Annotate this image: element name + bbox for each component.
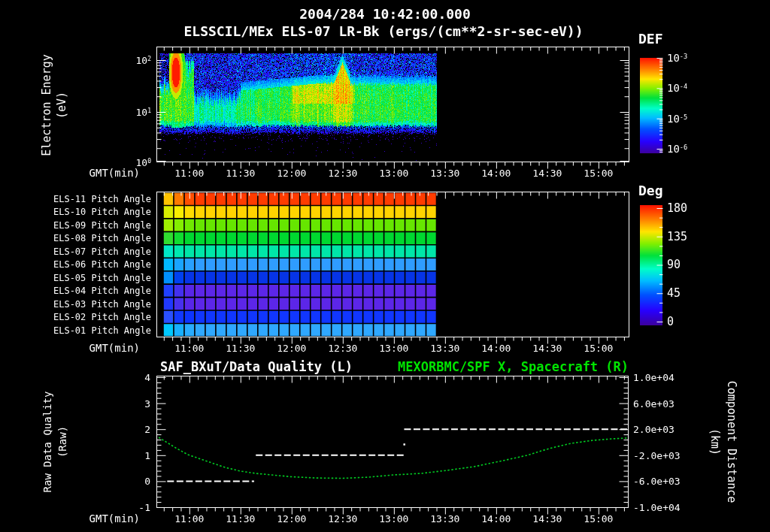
left-ytick-label: 3 bbox=[144, 398, 150, 410]
pitch-row-label: ELS-04 Pitch Angle bbox=[53, 286, 151, 296]
deg-colorbar-tick-label: 90 bbox=[667, 258, 681, 271]
time-tick-label-bottom: 12:00 bbox=[277, 513, 306, 524]
gmt-axis-label-bottom: GMT(min) bbox=[89, 512, 140, 524]
time-tick-label-bottom: 15:00 bbox=[584, 513, 613, 524]
time-tick-label-top: 12:30 bbox=[328, 168, 357, 179]
spacecraft-series-title: MEXORBMC/SPF X, Spacecraft (R) bbox=[398, 359, 629, 374]
energy-axis-units-label: (eV) bbox=[55, 92, 68, 119]
quality-axis-units-label: (Raw) bbox=[56, 426, 68, 458]
plot-window: 2004/284 10:42:00.000 ELSSCIL/MEx ELS-07… bbox=[0, 0, 770, 532]
time-tick-label-top: 11:30 bbox=[226, 168, 255, 179]
distance-axis-label: Component Distance bbox=[725, 381, 738, 503]
def-colorbar-tick-label: 10-6 bbox=[667, 143, 687, 155]
time-tick-label-bottom: 13:30 bbox=[430, 513, 459, 524]
time-tick-label-bottom: 11:00 bbox=[174, 513, 204, 524]
pitch-row-label: ELS-09 Pitch Angle bbox=[53, 220, 151, 231]
pitch-row-label: ELS-11 Pitch Angle bbox=[53, 194, 151, 204]
pitch-row-label: ELS-03 Pitch Angle bbox=[53, 299, 151, 310]
time-tick-label-middle: 14:30 bbox=[532, 343, 562, 354]
instrument-title: ELSSCIL/MEx ELS-07 LR-Bk (ergs/(cm**2-sr… bbox=[183, 23, 583, 39]
pitch-row-label: ELS-05 Pitch Angle bbox=[53, 273, 151, 283]
right-ytick-label: 6.0e+03 bbox=[633, 398, 675, 410]
pitch-row-label: ELS-01 Pitch Angle bbox=[53, 325, 151, 336]
deg-colorbar-tick-label: 0 bbox=[667, 315, 674, 328]
energy-tick-label: 101 bbox=[135, 107, 151, 118]
pitch-row-label: ELS-02 Pitch Angle bbox=[53, 312, 151, 322]
time-tick-label-middle: 14:00 bbox=[481, 343, 511, 354]
time-tick-label-bottom: 13:00 bbox=[379, 513, 408, 524]
time-tick-label-middle: 13:30 bbox=[430, 343, 459, 354]
deg-colorbar-tick-label: 135 bbox=[667, 230, 687, 243]
right-ytick-label: 2.0e+03 bbox=[633, 424, 675, 435]
time-tick-label-middle: 12:30 bbox=[328, 343, 357, 354]
pitch-row-label: ELS-10 Pitch Angle bbox=[53, 207, 151, 217]
time-tick-label-top: 13:00 bbox=[379, 168, 408, 179]
pitch-row-label: ELS-07 Pitch Angle bbox=[53, 246, 151, 257]
quality-axis-label: Raw Data Quality bbox=[41, 391, 53, 493]
time-tick-label-top: 11:00 bbox=[174, 168, 204, 179]
right-ytick-label: -6.0e+03 bbox=[633, 476, 681, 487]
energy-tick-label: 102 bbox=[135, 55, 151, 66]
deg-colorbar-tick-label: 45 bbox=[667, 286, 681, 300]
def-colorbar-title: DEF bbox=[638, 31, 663, 47]
quality-series-title: SAF_BXuT/Data Quality (L) bbox=[160, 359, 353, 374]
gmt-axis-label-top: GMT(min) bbox=[89, 167, 140, 179]
right-ytick-label: -2.0e+03 bbox=[633, 450, 681, 461]
time-tick-label-top: 14:30 bbox=[532, 168, 562, 179]
time-tick-label-bottom: 14:00 bbox=[481, 513, 511, 524]
energy-tick-label: 100 bbox=[135, 157, 151, 168]
time-tick-label-middle: 11:30 bbox=[226, 343, 255, 354]
pitch-row-label: ELS-08 Pitch Angle bbox=[53, 233, 151, 243]
time-tick-label-middle: 13:00 bbox=[379, 343, 408, 354]
left-ytick-label: 4 bbox=[144, 372, 150, 383]
distance-axis-units-label: (km) bbox=[708, 428, 722, 455]
observation-datetime-title: 2004/284 10:42:00.000 bbox=[299, 6, 471, 22]
time-tick-label-top: 13:30 bbox=[430, 168, 459, 179]
left-ytick-label: 0 bbox=[144, 476, 150, 487]
time-tick-label-middle: 11:00 bbox=[174, 343, 204, 354]
time-tick-label-top: 12:00 bbox=[277, 168, 306, 179]
time-tick-label-middle: 12:00 bbox=[277, 343, 306, 354]
energy-axis-label: Electron Energy bbox=[40, 54, 53, 156]
deg-colorbar-tick-label: 180 bbox=[667, 201, 687, 215]
def-colorbar-tick-label: 10-4 bbox=[667, 82, 687, 94]
left-ytick-label: 2 bbox=[144, 424, 150, 435]
time-tick-label-top: 14:00 bbox=[481, 168, 511, 179]
time-tick-label-bottom: 14:30 bbox=[532, 513, 562, 524]
left-ytick-label: 1 bbox=[144, 450, 150, 461]
deg-colorbar-title: Deg bbox=[638, 183, 663, 198]
time-tick-label-top: 15:00 bbox=[584, 168, 613, 179]
time-tick-label-bottom: 11:30 bbox=[226, 513, 255, 524]
gmt-axis-label-middle: GMT(min) bbox=[89, 342, 140, 354]
right-ytick-label: 1.0e+04 bbox=[633, 372, 675, 383]
right-ytick-label: -1.0e+04 bbox=[633, 502, 681, 513]
left-ytick-label: -1 bbox=[138, 502, 150, 513]
pitch-row-label: ELS-06 Pitch Angle bbox=[53, 259, 151, 270]
time-tick-label-bottom: 12:30 bbox=[328, 513, 357, 524]
def-colorbar-tick-label: 10-3 bbox=[667, 52, 687, 64]
time-tick-label-middle: 15:00 bbox=[584, 343, 613, 354]
def-colorbar-tick-label: 10-5 bbox=[667, 113, 687, 125]
